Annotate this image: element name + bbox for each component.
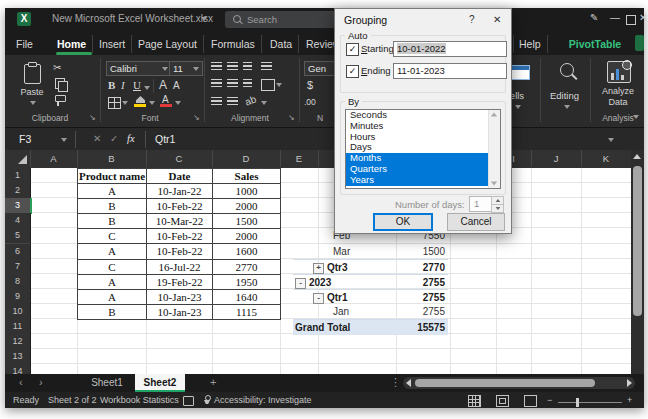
row-header-1[interactable]: 1 — [5, 168, 31, 184]
table-cell[interactable]: A — [78, 244, 147, 259]
table-cell[interactable]: 19-Feb-22 — [147, 275, 213, 290]
table-cell[interactable]: 10-Feb-22 — [147, 199, 213, 214]
analyze-data-button[interactable]: Analyze Data — [595, 60, 641, 110]
table-cell[interactable]: 16-Jul-22 — [147, 260, 213, 275]
table-cell[interactable]: 2770 — [213, 260, 281, 275]
source-data-table[interactable]: Product name Date Sales A 10-Jan-22 1000… — [77, 168, 281, 320]
col-header-A[interactable]: A — [30, 150, 78, 167]
tab-insert[interactable]: Insert — [93, 35, 132, 53]
table-cell[interactable]: C — [78, 260, 147, 275]
pivot-expand-icon[interactable]: + — [313, 263, 324, 274]
editing-label[interactable]: Editing — [550, 90, 579, 101]
row-header-11[interactable]: 11 — [5, 319, 31, 335]
vertical-scrollbar[interactable] — [631, 150, 644, 374]
table-cell[interactable]: 10-Jan-23 — [147, 290, 213, 305]
starting-at-input[interactable]: 10-01-2022 — [393, 41, 507, 57]
formula-bar-expand-icon[interactable] — [608, 138, 614, 142]
pivot-row[interactable]: Mar 1500 — [293, 244, 448, 259]
fill-color-icon[interactable] — [136, 96, 145, 103]
copy-icon-2[interactable] — [58, 81, 68, 92]
cut-icon[interactable]: ✂ — [53, 62, 61, 73]
col-header-E[interactable]: E — [280, 150, 319, 167]
minimize-button[interactable]: — — [610, 12, 620, 23]
align-left-icon[interactable] — [211, 79, 222, 87]
tab-pivottable-analyze[interactable]: PivotTable Analyze — [546, 35, 644, 53]
horizontal-scroll-thumb[interactable] — [415, 379, 595, 387]
row-header-12[interactable]: 12 — [5, 334, 31, 350]
pivot-row[interactable]: -2023 2755 — [293, 274, 448, 290]
ending-at-checkbox[interactable]: ✓ — [346, 65, 359, 78]
maximize-button[interactable] — [626, 15, 636, 25]
bold-button[interactable]: B — [108, 79, 115, 91]
tab-file[interactable]: File — [10, 35, 39, 53]
align-top-icon[interactable] — [211, 62, 222, 70]
row-header-8[interactable]: 8 — [5, 274, 31, 290]
search-input[interactable]: Search — [225, 11, 337, 28]
underline-button[interactable]: U — [133, 79, 141, 91]
listbox-scrollbar[interactable] — [488, 110, 500, 188]
table-cell[interactable]: 10-Feb-22 — [147, 229, 213, 244]
sheet-tab-sheet2[interactable]: Sheet2 — [135, 374, 185, 392]
decrease-indent-icon[interactable] — [211, 97, 222, 105]
scrollbar-splitter-icon[interactable]: ⋮ — [390, 376, 401, 389]
zoom-out-button[interactable]: − — [547, 395, 552, 405]
table-cell[interactable]: B — [78, 305, 147, 320]
increase-indent-icon[interactable] — [227, 97, 238, 105]
tab-formulas[interactable]: Formulas — [205, 35, 262, 53]
close-button[interactable]: ✕ — [639, 12, 647, 23]
italic-button[interactable]: I — [121, 79, 125, 91]
row-header-9[interactable]: 9 — [5, 289, 31, 305]
clipboard-dialog-launcher-icon[interactable]: ↘ — [89, 113, 96, 122]
decrease-decimal-icon[interactable]: .00 — [304, 97, 316, 107]
align-right-icon[interactable] — [243, 79, 252, 87]
tab-page-layout[interactable]: Page Layout — [132, 35, 204, 53]
table-cell[interactable]: 1600 — [213, 244, 281, 259]
sheet-next-icon[interactable]: › — [39, 376, 43, 388]
alignment-dialog-launcher-icon[interactable]: ↘ — [288, 113, 295, 122]
vertical-scroll-thumb[interactable] — [633, 166, 642, 316]
scroll-right-icon[interactable] — [627, 379, 632, 387]
worksheet-grid[interactable]: 1 2 3 4 5 6 7 8 9 10 11 12 13 14 Product… — [5, 168, 631, 374]
row-header-13[interactable]: 13 — [5, 349, 31, 365]
zoom-in-button[interactable]: + — [627, 395, 632, 405]
pivot-row[interactable]: -Qtr1 2755 — [293, 289, 448, 305]
font-size-combo[interactable]: 11 — [169, 61, 203, 76]
ending-at-input[interactable]: 11-01-2023 — [393, 63, 507, 79]
dialog-help-button[interactable]: ? — [469, 14, 475, 25]
pivot-collapse-icon[interactable]: - — [295, 278, 306, 289]
pivot-collapse-icon[interactable]: - — [313, 293, 324, 304]
row-header-4[interactable]: 4 — [5, 213, 31, 229]
table-cell[interactable]: 1640 — [213, 290, 281, 305]
table-cell[interactable]: B — [78, 199, 147, 214]
tab-help[interactable]: Help — [513, 35, 548, 53]
sheet-tab-sheet1[interactable]: Sheet1 — [83, 374, 131, 392]
table-cell[interactable]: 10-Jan-22 — [147, 184, 213, 199]
table-header-cell[interactable]: Date — [147, 169, 213, 184]
table-cell[interactable]: 10-Jan-23 — [147, 305, 213, 320]
cancel-button[interactable]: Cancel — [447, 213, 505, 231]
wrap-text-icon[interactable] — [261, 62, 272, 70]
status-sheet-info[interactable]: Sheet 2 of 2 — [48, 395, 97, 405]
row-header-5[interactable]: 5 — [5, 228, 31, 244]
row-header-10[interactable]: 10 — [5, 304, 31, 320]
horizontal-scrollbar[interactable] — [403, 377, 635, 389]
col-header-J[interactable]: J — [531, 150, 582, 167]
row-header-7[interactable]: 7 — [5, 259, 31, 275]
table-cell[interactable]: B — [78, 214, 147, 229]
document-title[interactable]: New Microsoft Excel Worksheet.xlsx — [52, 13, 213, 24]
col-header-D[interactable]: D — [212, 150, 281, 167]
table-cell[interactable]: 1115 — [213, 305, 281, 320]
font-name-combo[interactable]: Calibri — [106, 61, 172, 76]
formula-cancel-icon[interactable]: ✕ — [93, 133, 101, 144]
col-header-B[interactable]: B — [77, 150, 147, 167]
pivot-row[interactable]: Jan 2755 — [293, 304, 448, 319]
row-header-14[interactable]: 14 — [5, 364, 31, 374]
by-listbox[interactable]: Seconds Minutes Hours Days Months Quarte… — [345, 109, 501, 189]
table-cell[interactable]: A — [78, 184, 147, 199]
tab-data[interactable]: Data — [264, 35, 299, 53]
table-cell[interactable]: C — [78, 229, 147, 244]
zoom-slider[interactable] — [558, 402, 622, 403]
status-accessibility[interactable]: Accessibility: Investigate — [214, 395, 312, 405]
listbox-scroll-down-icon[interactable] — [491, 182, 497, 186]
table-header-cell[interactable]: Product name — [78, 169, 147, 184]
